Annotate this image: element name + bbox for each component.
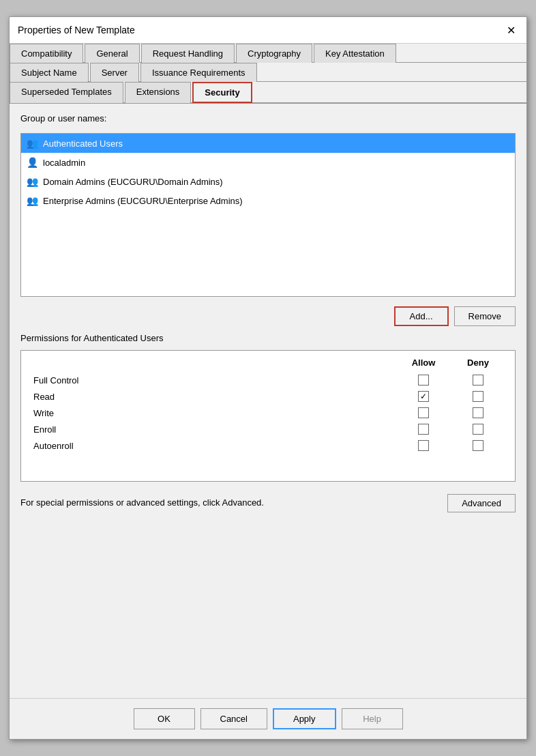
tab-cryptography[interactable]: Cryptography xyxy=(236,44,312,63)
user-label-authenticated-users: Authenticated Users xyxy=(43,139,123,149)
perm-allow-full-control[interactable] xyxy=(396,375,451,386)
user-label-domain-admins: Domain Admins (EUCGURU\Domain Admins) xyxy=(43,177,223,187)
tab-security[interactable]: Security xyxy=(192,82,252,103)
user-single-icon: 👤 xyxy=(25,156,39,169)
tab-request-handling[interactable]: Request Handling xyxy=(141,44,235,63)
tabs-row-1: Compatibility General Request Handling C… xyxy=(10,44,526,63)
perm-deny-full-control[interactable] xyxy=(451,375,505,386)
dialog-window: Properties of New Template ✕ Compatibili… xyxy=(9,16,527,740)
checkbox-read-allow[interactable]: ✓ xyxy=(418,391,429,402)
checkbox-full-control-deny[interactable] xyxy=(473,375,483,386)
perm-deny-write[interactable] xyxy=(451,407,505,418)
advanced-row: For special permissions or advanced sett… xyxy=(20,494,516,512)
remove-button[interactable]: Remove xyxy=(454,306,516,326)
bottom-buttons: OK Cancel Apply Help xyxy=(10,698,526,739)
apply-button[interactable]: Apply xyxy=(273,708,336,729)
advanced-description: For special permissions or advanced sett… xyxy=(20,497,264,509)
permissions-label: Permissions for Authenticated Users xyxy=(20,333,516,343)
perm-deny-autoenroll[interactable] xyxy=(451,440,505,451)
user-group-icon: 👥 xyxy=(25,136,39,150)
user-group-icon-2: 👥 xyxy=(25,175,39,188)
perm-allow-read[interactable]: ✓ xyxy=(396,391,451,402)
checkbox-enroll-allow[interactable] xyxy=(418,424,429,435)
perm-deny-read[interactable] xyxy=(451,391,505,402)
tab-superseded-templates[interactable]: Superseded Templates xyxy=(10,82,123,103)
checkbox-read-deny[interactable] xyxy=(473,391,483,402)
close-button[interactable]: ✕ xyxy=(503,23,518,38)
checkbox-autoenroll-allow[interactable] xyxy=(418,440,429,451)
user-item-domain-admins[interactable]: 👥 Domain Admins (EUCGURU\Domain Admins) xyxy=(21,172,515,191)
perm-label-read: Read xyxy=(31,392,396,402)
perm-label-full-control: Full Control xyxy=(31,375,396,386)
user-group-icon-3: 👥 xyxy=(25,194,39,207)
title-bar: Properties of New Template ✕ xyxy=(10,17,526,44)
perm-col-allow: Allow xyxy=(396,358,451,368)
ok-button[interactable]: OK xyxy=(134,708,195,729)
user-label-localadmin: localadmin xyxy=(43,158,85,168)
checkbox-full-control-allow[interactable] xyxy=(418,375,429,386)
checkbox-write-deny[interactable] xyxy=(473,407,483,418)
dialog-title: Properties of New Template xyxy=(18,25,135,35)
tab-issuance-requirements[interactable]: Issuance Requirements xyxy=(140,63,257,82)
user-action-buttons: Add... Remove xyxy=(20,306,516,326)
perm-label-write: Write xyxy=(31,408,396,418)
tab-subject-name[interactable]: Subject Name xyxy=(10,63,89,82)
user-item-localadmin[interactable]: 👤 localadmin xyxy=(21,153,515,172)
advanced-button[interactable]: Advanced xyxy=(447,494,516,512)
user-item-authenticated-users[interactable]: 👥 Authenticated Users xyxy=(21,134,515,153)
add-button[interactable]: Add... xyxy=(394,306,449,326)
tab-server[interactable]: Server xyxy=(90,63,139,82)
tabs-container: Compatibility General Request Handling C… xyxy=(10,44,526,104)
perm-deny-enroll[interactable] xyxy=(451,424,505,435)
checkbox-autoenroll-deny[interactable] xyxy=(473,440,483,451)
main-content: Group or user names: 👥 Authenticated Use… xyxy=(10,104,526,698)
perm-allow-autoenroll[interactable] xyxy=(396,440,451,451)
tabs-row-2: Subject Name Server Issuance Requirement… xyxy=(10,63,526,82)
checkbox-write-allow[interactable] xyxy=(418,407,429,418)
perm-col-name xyxy=(31,358,396,368)
group-label: Group or user names: xyxy=(20,113,516,123)
perm-allow-enroll[interactable] xyxy=(396,424,451,435)
perm-allow-write[interactable] xyxy=(396,407,451,418)
user-item-enterprise-admins[interactable]: 👥 Enterprise Admins (EUCGURU\Enterprise … xyxy=(21,191,515,210)
permissions-table: Allow Deny Full Control Read ✓ xyxy=(20,350,516,482)
perm-label-autoenroll: Autoenroll xyxy=(31,441,396,451)
tabs-row-3: Superseded Templates Extensions Security xyxy=(10,82,526,103)
help-button[interactable]: Help xyxy=(342,708,403,729)
perm-label-enroll: Enroll xyxy=(31,424,396,435)
users-list[interactable]: 👥 Authenticated Users 👤 localadmin 👥 Dom… xyxy=(20,133,516,297)
user-label-enterprise-admins: Enterprise Admins (EUCGURU\Enterprise Ad… xyxy=(43,196,243,206)
perm-col-deny: Deny xyxy=(451,358,505,368)
tab-key-attestation[interactable]: Key Attestation xyxy=(314,44,396,63)
perm-row-enroll: Enroll xyxy=(28,421,508,437)
tab-extensions[interactable]: Extensions xyxy=(125,82,192,103)
cancel-button[interactable]: Cancel xyxy=(200,708,267,729)
perm-row-autoenroll: Autoenroll xyxy=(28,437,508,454)
perm-row-full-control: Full Control xyxy=(28,372,508,388)
checkbox-enroll-deny[interactable] xyxy=(473,424,483,435)
permissions-header-row: Allow Deny xyxy=(28,358,508,372)
perm-row-read: Read ✓ xyxy=(28,388,508,405)
tab-compatibility[interactable]: Compatibility xyxy=(10,44,83,63)
perm-row-write: Write xyxy=(28,405,508,421)
tab-general[interactable]: General xyxy=(85,44,139,63)
